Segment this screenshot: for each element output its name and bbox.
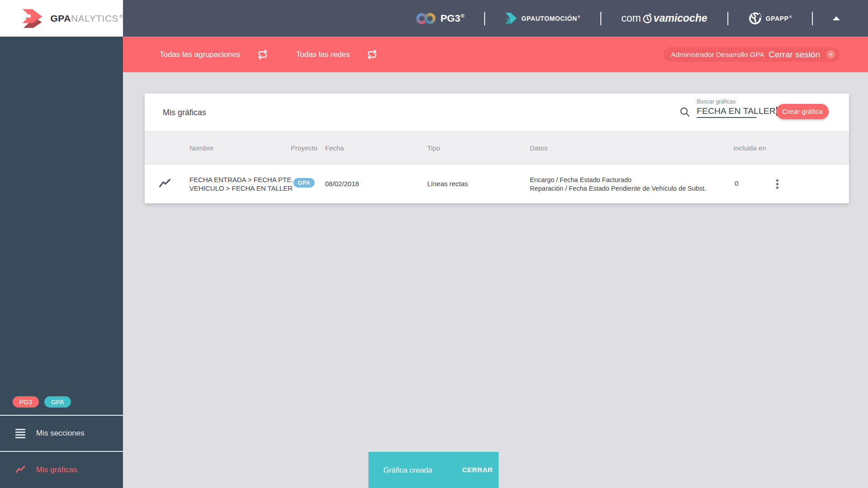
sidebar-item-label: Mis gráficas bbox=[36, 465, 77, 474]
card-header: Mis gráficas Buscar gráficas FECHA EN TA… bbox=[145, 94, 849, 131]
registered-mark: ® bbox=[789, 15, 793, 19]
table-header-row: Nombre Proyecto Fecha Tipo Datos Incluid… bbox=[145, 131, 849, 164]
gpapp-label: GPAPP® bbox=[766, 15, 792, 22]
chart-name-line2: VEHICULO > FECHA EN TALLER bbox=[189, 184, 293, 192]
column-header-fecha: Fecha bbox=[325, 144, 344, 152]
comprovamicoche-logo[interactable]: com vamicoche bbox=[621, 12, 707, 24]
date-cell: 08/02/2018 bbox=[325, 180, 359, 188]
project-badge: GPA bbox=[293, 178, 315, 188]
toast-message: Gráfica creada bbox=[383, 466, 432, 474]
filter-bar: Todas las agrupaciones Todas las redes A… bbox=[123, 37, 868, 72]
filter-networks-label: Todas las redes bbox=[296, 50, 350, 59]
search-input[interactable]: FECHA EN TALLER bbox=[697, 106, 777, 116]
user-session-pill: Administrador Desarrollo GPA Cerrar sesi… bbox=[663, 47, 840, 62]
logout-close-icon[interactable]: ✕ bbox=[826, 50, 835, 59]
toast-close-button[interactable]: CERRAR bbox=[462, 466, 493, 474]
topbar: PG3® GPAUTOMOCIÓN® com vamicoche bbox=[123, 0, 868, 37]
chart-name-cell: FECHA ENTRADA > FECHA PTE. VEHICULO > FE… bbox=[189, 175, 293, 192]
pg3-label: PG3® bbox=[440, 13, 464, 24]
column-header-incluida-en: Incluida en bbox=[733, 144, 766, 152]
search-input-value: FECHA EN TALLER bbox=[697, 106, 776, 116]
gpapp-gauge-wrench-icon bbox=[748, 12, 762, 25]
gpapp-logo[interactable]: GPAPP® bbox=[748, 12, 792, 25]
my-charts-card: Mis gráficas Buscar gráficas FECHA EN TA… bbox=[145, 94, 849, 203]
sidebar-badge-gpa[interactable]: GPA bbox=[44, 396, 71, 408]
collapse-topbar-arrow-icon[interactable] bbox=[833, 16, 840, 20]
gpautomocion-arrow-icon bbox=[505, 12, 517, 24]
logo-bold: GPA bbox=[51, 13, 71, 23]
divider bbox=[812, 12, 813, 25]
logout-button[interactable]: Cerrar sesión bbox=[769, 50, 820, 60]
app-logo-text: GPANALYTICS® bbox=[51, 13, 123, 24]
current-user-name: Administrador Desarrollo GPA bbox=[671, 51, 769, 59]
line-chart-icon bbox=[159, 178, 171, 189]
pg3-logo[interactable]: PG3® bbox=[416, 12, 464, 25]
divider bbox=[484, 12, 485, 25]
gpautomocion-logo[interactable]: GPAUTOMOCIÓN® bbox=[505, 12, 580, 24]
logo-registered-mark: ® bbox=[119, 14, 123, 19]
swap-icon[interactable] bbox=[366, 49, 378, 60]
sidebar-item-mis-graficas[interactable]: Mis gráficas bbox=[0, 452, 123, 488]
sidebar-badge-pg3[interactable]: PG3 bbox=[13, 396, 39, 408]
sections-icon bbox=[15, 429, 25, 438]
registered-mark: ® bbox=[461, 13, 464, 19]
filter-groupings-label: Todas las agrupaciones bbox=[160, 50, 241, 59]
page-title: Mis gráficas bbox=[163, 108, 206, 117]
column-header-proyecto: Proyecto bbox=[291, 144, 317, 152]
column-header-datos: Datos bbox=[530, 144, 547, 152]
sidebar-item-label: Mis secciones bbox=[36, 429, 85, 438]
clock-icon bbox=[642, 13, 652, 24]
divider bbox=[727, 12, 728, 25]
sidebar-badges: PG3 GPA bbox=[13, 396, 71, 408]
gpautomocion-label: GPAUTOMOCIÓN® bbox=[521, 15, 580, 22]
registered-mark: ® bbox=[578, 15, 581, 19]
swap-icon[interactable] bbox=[257, 49, 269, 60]
data-line2: Reparación / Fecha Estado Pendiente de V… bbox=[530, 184, 706, 193]
create-chart-button[interactable]: Crear gráfica bbox=[776, 104, 829, 119]
row-menu-kebab-icon[interactable] bbox=[774, 178, 780, 191]
line-chart-icon bbox=[15, 465, 25, 474]
column-header-nombre: Nombre bbox=[189, 144, 213, 152]
included-in-cell: 0 bbox=[735, 179, 738, 187]
search-icon bbox=[679, 107, 690, 117]
logo-light: NALYTICS bbox=[71, 13, 118, 23]
pg3-infinity-icon bbox=[416, 12, 436, 25]
table-row[interactable]: FECHA ENTRADA > FECHA PTE. VEHICULO > FE… bbox=[145, 164, 849, 203]
sidebar-item-mis-secciones[interactable]: Mis secciones bbox=[0, 416, 123, 451]
chart-name-line1: FECHA ENTRADA > FECHA PTE. bbox=[189, 175, 293, 184]
sidebar: GPANALYTICS® PG3 GPA Mis secciones Mis g… bbox=[0, 0, 123, 488]
comprova-suffix: vamicoche bbox=[654, 12, 708, 24]
column-header-tipo: Tipo bbox=[427, 144, 440, 152]
search-input-underline bbox=[697, 117, 756, 118]
type-cell: Líneas rectas bbox=[427, 180, 468, 188]
app-logo[interactable]: GPANALYTICS® bbox=[0, 0, 123, 37]
data-cell: Encargo / Fecha Estado Facturado Reparac… bbox=[530, 176, 706, 193]
filter-all-networks[interactable]: Todas las redes bbox=[296, 37, 378, 72]
divider bbox=[600, 12, 601, 25]
gpanalytics-arrow-icon bbox=[20, 9, 44, 28]
data-line1: Encargo / Fecha Estado Facturado bbox=[530, 176, 706, 184]
snackbar-toast: Gráfica creada CERRAR bbox=[368, 452, 499, 488]
search-input-label: Buscar gráficas bbox=[697, 99, 736, 105]
comprova-prefix: com bbox=[621, 12, 641, 24]
filter-all-groupings[interactable]: Todas las agrupaciones bbox=[160, 37, 269, 72]
